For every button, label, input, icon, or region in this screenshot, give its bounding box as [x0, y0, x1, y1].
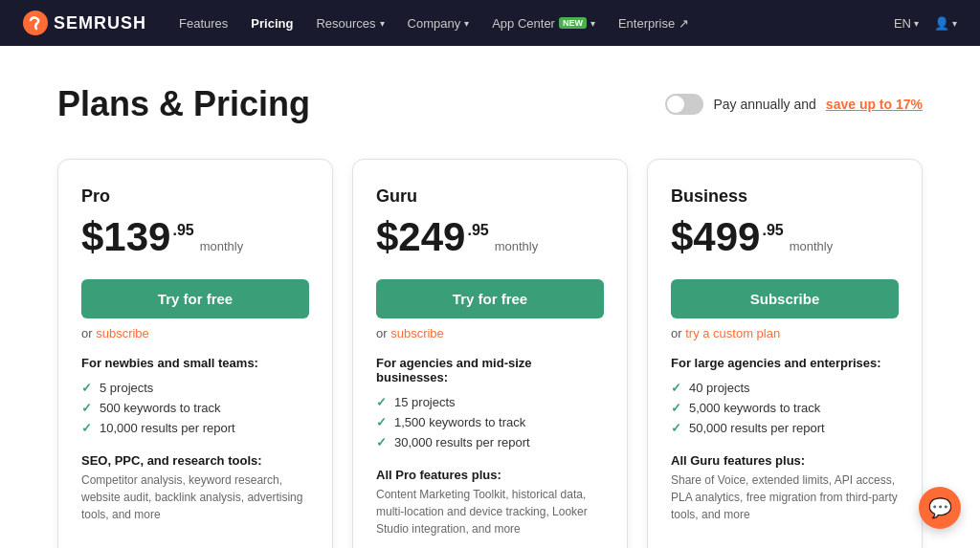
pro-audience-label: For newbies and small teams:	[81, 356, 309, 370]
list-item: ✓15 projects	[376, 392, 604, 412]
check-icon: ✓	[376, 435, 387, 449]
pro-price-main: $139	[81, 214, 170, 260]
pro-price-period: monthly	[200, 239, 244, 253]
pro-price-row: $139 .95 monthly	[81, 214, 309, 260]
list-item: ✓5,000 keywords to track	[671, 398, 899, 418]
check-icon: ✓	[81, 401, 92, 415]
guru-audience-label: For agencies and mid-size businesses:	[376, 356, 604, 384]
nav-pricing[interactable]: Pricing	[241, 12, 302, 34]
billing-label: Pay annually and	[713, 97, 815, 112]
guru-price-main: $249	[376, 214, 465, 260]
check-icon: ✓	[671, 421, 681, 435]
business-plan-name: Business	[671, 186, 899, 207]
pro-feature-list: ✓5 projects ✓500 keywords to track ✓10,0…	[81, 378, 309, 438]
navbar: SEMRUSH Features Pricing Resources ▾ Com…	[0, 0, 980, 46]
logo-text: SEMRUSH	[54, 13, 146, 33]
nav-enterprise[interactable]: Enterprise ↗	[609, 12, 699, 34]
chat-icon: 💬	[928, 496, 952, 519]
account-menu[interactable]: 👤 ▾	[934, 16, 957, 31]
list-item: ✓5 projects	[81, 378, 309, 398]
nav-app-center[interactable]: App Center NEW ▾	[482, 12, 605, 34]
business-price-row: $499 .95 monthly	[671, 214, 899, 260]
business-price-cents: .95	[762, 222, 783, 239]
pro-plan-name: Pro	[81, 186, 309, 207]
business-audience-label: For large agencies and enterprises:	[671, 356, 899, 370]
annual-toggle[interactable]	[665, 94, 703, 115]
business-tools-title: All Guru features plus:	[671, 453, 899, 468]
pro-or-line: or subscribe	[81, 326, 309, 340]
pricing-cards: Pro $139 .95 monthly Try for free or sub…	[57, 159, 923, 548]
save-text: save up to 17%	[826, 97, 923, 112]
chevron-down-icon: ▾	[952, 18, 957, 29]
guru-price-period: monthly	[495, 239, 539, 253]
billing-toggle: Pay annually and save up to 17%	[665, 94, 923, 115]
guru-tools-title: All Pro features plus:	[376, 468, 604, 482]
pro-cta-button[interactable]: Try for free	[81, 279, 309, 318]
guru-cta-button[interactable]: Try for free	[376, 279, 604, 318]
list-item: ✓40 projects	[671, 378, 899, 398]
check-icon: ✓	[671, 401, 681, 415]
page-header: Plans & Pricing Pay annually and save up…	[57, 84, 923, 124]
check-icon: ✓	[376, 415, 387, 429]
chevron-down-icon: ▾	[464, 18, 469, 29]
language-selector[interactable]: EN ▾	[894, 16, 919, 31]
svg-point-0	[23, 11, 48, 35]
check-icon: ✓	[81, 421, 92, 435]
check-icon: ✓	[376, 395, 387, 409]
business-feature-list: ✓40 projects ✓5,000 keywords to track ✓5…	[671, 378, 899, 438]
list-item: ✓1,500 keywords to track	[376, 412, 604, 432]
nav-company[interactable]: Company ▾	[398, 12, 479, 34]
main-content: Plans & Pricing Pay annually and save up…	[0, 46, 980, 548]
guru-card: Guru $249 .95 monthly Try for free or su…	[352, 159, 628, 548]
business-price-main: $499	[671, 214, 760, 260]
logo[interactable]: SEMRUSH	[23, 11, 146, 35]
new-badge: NEW	[559, 17, 587, 29]
nav-right: EN ▾ 👤 ▾	[894, 16, 957, 31]
business-card: Business $499 .95 monthly Subscribe or t…	[647, 159, 923, 548]
check-icon: ✓	[81, 381, 92, 395]
list-item: ✓30,000 results per report	[376, 432, 604, 452]
guru-or-line: or subscribe	[376, 326, 604, 340]
check-icon: ✓	[671, 381, 681, 395]
business-or-line: or try a custom plan	[671, 326, 899, 340]
business-cta-button[interactable]: Subscribe	[671, 279, 899, 318]
guru-tools-desc: Content Marketing Toolkit, historical da…	[376, 486, 604, 537]
list-item: ✓50,000 results per report	[671, 418, 899, 438]
nav-links: Features Pricing Resources ▾ Company ▾ A…	[169, 12, 871, 34]
pro-price-cents: .95	[172, 222, 193, 239]
guru-price-cents: .95	[467, 222, 488, 239]
list-item: ✓500 keywords to track	[81, 398, 309, 418]
chevron-down-icon: ▾	[590, 18, 595, 29]
list-item: ✓10,000 results per report	[81, 418, 309, 438]
guru-feature-list: ✓15 projects ✓1,500 keywords to track ✓3…	[376, 392, 604, 452]
chevron-down-icon: ▾	[914, 18, 919, 29]
pro-tools-desc: Competitor analysis, keyword research, w…	[81, 471, 309, 523]
pro-subscribe-link[interactable]: subscribe	[96, 326, 149, 340]
guru-price-row: $249 .95 monthly	[376, 214, 604, 260]
pro-tools-title: SEO, PPC, and research tools:	[81, 453, 309, 468]
chat-bubble-button[interactable]: 💬	[919, 487, 961, 529]
business-custom-plan-link[interactable]: try a custom plan	[685, 326, 780, 340]
business-tools-desc: Share of Voice, extended limits, API acc…	[671, 471, 899, 523]
guru-plan-name: Guru	[376, 186, 604, 207]
pro-card: Pro $139 .95 monthly Try for free or sub…	[57, 159, 333, 548]
page-title: Plans & Pricing	[57, 84, 310, 124]
nav-features[interactable]: Features	[169, 12, 237, 34]
guru-subscribe-link[interactable]: subscribe	[390, 326, 444, 340]
business-price-period: monthly	[790, 239, 834, 253]
chevron-down-icon: ▾	[380, 18, 385, 29]
nav-resources[interactable]: Resources ▾	[306, 12, 393, 34]
